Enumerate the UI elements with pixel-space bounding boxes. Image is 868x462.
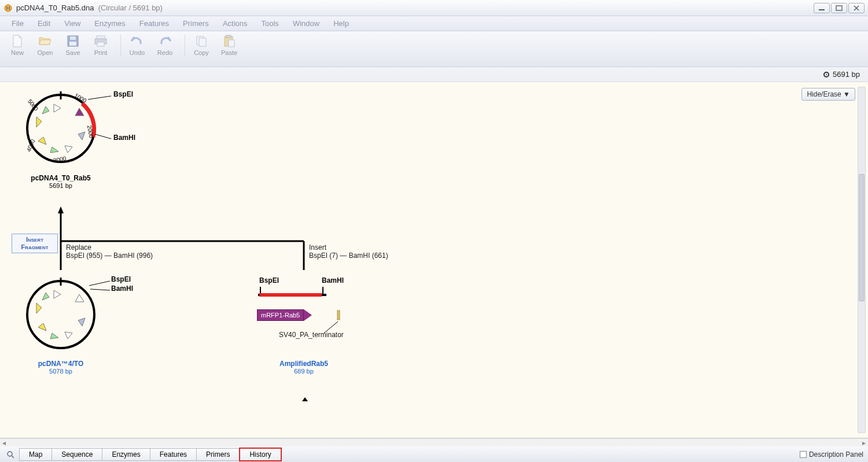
scroll-left-icon[interactable]: ◂ bbox=[2, 439, 6, 447]
circular-icon bbox=[823, 72, 829, 77]
menu-actions[interactable]: Actions bbox=[217, 18, 253, 29]
menu-edit[interactable]: Edit bbox=[32, 18, 56, 29]
menu-primers[interactable]: Primers bbox=[177, 18, 215, 29]
svg-rect-8 bbox=[97, 42, 104, 46]
print-icon bbox=[94, 35, 108, 47]
title-meta: (Circular / 5691 bp) bbox=[98, 3, 163, 12]
product-site-bspei: BspEI bbox=[113, 90, 133, 98]
mrfp-feature[interactable]: mRFP1-Rab5 bbox=[257, 309, 312, 321]
svg-rect-6 bbox=[97, 36, 105, 39]
svg-point-0 bbox=[5, 5, 12, 12]
undo-icon bbox=[130, 35, 144, 47]
insert-box-l1: Insert bbox=[26, 236, 43, 243]
print-label: Print bbox=[94, 49, 108, 56]
svg-rect-12 bbox=[226, 35, 231, 38]
svg-rect-4 bbox=[70, 36, 76, 40]
mrfp-label: mRFP1-Rab5 bbox=[261, 312, 300, 319]
tab-enzymes[interactable]: Enzymes bbox=[102, 448, 150, 461]
redo-button[interactable]: Redo bbox=[155, 35, 175, 56]
undo-label: Undo bbox=[130, 49, 145, 56]
svg-line-16 bbox=[88, 96, 111, 99]
save-button[interactable]: Save bbox=[62, 35, 83, 56]
window-title: pcDNA4_T0_Rab5.dna (Circular / 5691 bp) bbox=[16, 3, 163, 12]
bp-count: 5691 bp bbox=[833, 70, 860, 79]
scroll-right-icon[interactable]: ▸ bbox=[862, 439, 866, 447]
menu-help[interactable]: Help bbox=[328, 18, 355, 29]
save-icon bbox=[66, 35, 80, 47]
replace-l2: BspEI (955) — BamHI (996) bbox=[66, 252, 153, 260]
vector-bp: 5078 bp bbox=[17, 368, 104, 375]
tab-features[interactable]: Features bbox=[150, 448, 197, 461]
menubar: File Edit View Enzymes Features Primers … bbox=[0, 16, 868, 31]
paste-button[interactable]: Paste bbox=[219, 35, 240, 56]
sv40-label: SV40_PA_terminator bbox=[279, 331, 344, 339]
undo-button[interactable]: Undo bbox=[127, 35, 148, 56]
scroll-thumb[interactable] bbox=[859, 174, 865, 301]
svg-rect-2 bbox=[836, 6, 842, 10]
fragment-name[interactable]: AmplifiedRab5 bbox=[260, 360, 347, 368]
copy-label: Copy bbox=[194, 49, 209, 56]
svg-rect-29 bbox=[337, 311, 340, 320]
search-icon[interactable] bbox=[5, 450, 16, 459]
tab-history[interactable]: History bbox=[239, 448, 281, 461]
open-button[interactable]: Open bbox=[35, 35, 56, 56]
paste-icon bbox=[222, 35, 236, 47]
vertical-scrollbar[interactable] bbox=[858, 87, 866, 433]
file-icon bbox=[10, 35, 24, 47]
svg-point-31 bbox=[8, 452, 12, 456]
maximize-button[interactable] bbox=[831, 3, 847, 13]
folder-icon bbox=[38, 35, 52, 47]
hide-erase-button[interactable]: Hide/Erase ▼ bbox=[801, 88, 855, 101]
save-label: Save bbox=[65, 49, 80, 56]
svg-line-32 bbox=[12, 456, 14, 458]
product-name: pcDNA4_T0_Rab5 bbox=[17, 174, 104, 182]
vector-site-bspei: BspEI bbox=[111, 275, 131, 283]
svg-rect-5 bbox=[69, 42, 76, 46]
menu-enzymes[interactable]: Enzymes bbox=[89, 18, 131, 29]
fragment-label: AmplifiedRab5 689 bp bbox=[260, 360, 347, 375]
new-button[interactable]: New bbox=[7, 35, 28, 56]
insert-fragment-box[interactable]: Insert Fragment bbox=[12, 234, 58, 253]
menu-file[interactable]: File bbox=[6, 18, 30, 29]
copy-button[interactable]: Copy bbox=[191, 35, 212, 56]
print-button[interactable]: Print bbox=[90, 35, 111, 56]
menu-view[interactable]: View bbox=[58, 18, 86, 29]
title-filename: pcDNA4_T0_Rab5.dna bbox=[16, 3, 94, 12]
vector-site-bamhi: BamHI bbox=[111, 284, 133, 293]
insert-l2: BspEI (7) — BamHI (661) bbox=[309, 252, 388, 260]
app-icon bbox=[3, 3, 13, 13]
svg-line-24 bbox=[90, 289, 110, 290]
product-bp: 5691 bp bbox=[17, 182, 104, 189]
close-button[interactable] bbox=[848, 3, 865, 13]
description-panel-toggle[interactable]: Description Panel bbox=[800, 450, 863, 459]
paste-label: Paste bbox=[221, 49, 237, 56]
bp-bar: 5691 bp bbox=[0, 67, 868, 82]
svg-rect-10 bbox=[199, 38, 206, 46]
terminator-glyph bbox=[336, 309, 344, 321]
redo-label: Redo bbox=[157, 49, 172, 56]
horizontal-scrollbar[interactable]: ◂ ▸ bbox=[0, 438, 868, 446]
menu-tools[interactable]: Tools bbox=[256, 18, 285, 29]
tab-sequence[interactable]: Sequence bbox=[52, 448, 102, 461]
tab-map[interactable]: Map bbox=[19, 448, 52, 461]
tab-primers[interactable]: Primers bbox=[196, 448, 240, 461]
svg-rect-1 bbox=[819, 9, 825, 10]
fragment-map[interactable] bbox=[257, 286, 355, 302]
open-label: Open bbox=[38, 49, 53, 56]
vector-name[interactable]: pcDNA™4/TO bbox=[17, 360, 104, 368]
history-tree bbox=[58, 206, 318, 276]
menu-window[interactable]: Window bbox=[287, 18, 325, 29]
titlebar: pcDNA4_T0_Rab5.dna (Circular / 5691 bp) bbox=[0, 0, 868, 16]
footer: Map Sequence Enzymes Features Primers Hi… bbox=[0, 446, 868, 462]
svg-rect-13 bbox=[229, 40, 234, 47]
product-label: pcDNA4_T0_Rab5 5691 bp bbox=[17, 174, 104, 189]
menu-features[interactable]: Features bbox=[134, 18, 175, 29]
svg-point-21 bbox=[27, 281, 94, 348]
new-label: New bbox=[11, 49, 24, 56]
insert-box-l2: Fragment bbox=[21, 243, 48, 250]
minimize-button[interactable] bbox=[814, 3, 830, 13]
insert-l1: Insert bbox=[309, 243, 388, 252]
expand-toggle-icon[interactable] bbox=[301, 396, 309, 402]
frag-site-bspei: BspEI bbox=[259, 276, 279, 284]
product-site-bamhi: BamHI bbox=[113, 134, 135, 142]
